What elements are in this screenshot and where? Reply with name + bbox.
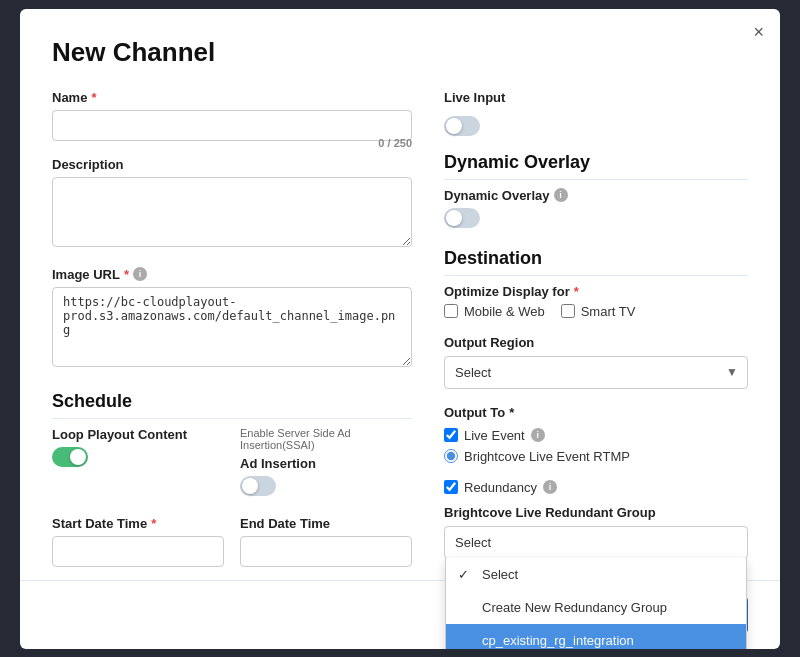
- live-input-thumb: [446, 118, 462, 134]
- start-date-group: Start Date Time *: [52, 516, 224, 567]
- output-region-select[interactable]: Select: [444, 356, 748, 389]
- live-event-info-icon[interactable]: i: [531, 428, 545, 442]
- end-date-label: End Date Time: [240, 516, 412, 531]
- schedule-section-title: Schedule: [52, 391, 412, 419]
- modal-backdrop: × New Channel Name * Description 0 /: [0, 0, 800, 657]
- description-field-group: Description 0 / 250: [52, 157, 412, 251]
- live-input-toggle[interactable]: [444, 116, 748, 136]
- dropdown-item-select[interactable]: ✓ Select: [446, 558, 746, 591]
- description-label: Description 0 / 250: [52, 157, 412, 172]
- name-label: Name *: [52, 90, 412, 105]
- brightcove-live-group-label: Brightcove Live Redundant Group: [444, 505, 748, 520]
- loop-ad-row: Loop Playout Content Enable Server Side …: [52, 427, 412, 516]
- ad-insertion-track: [240, 476, 276, 496]
- end-date-input[interactable]: [240, 536, 412, 567]
- live-input-track: [444, 116, 480, 136]
- dynamic-overlay-info-icon[interactable]: i: [554, 188, 568, 202]
- loop-playout-track: [52, 447, 88, 467]
- redundant-group-dropdown[interactable]: Select ✓ Select Create New Redundancy Gr…: [444, 526, 748, 559]
- ad-insertion-toggle[interactable]: [240, 476, 276, 496]
- description-wrapper: Description 0 / 250: [52, 157, 412, 251]
- brightcove-live-event-rtmp-option: Brightcove Live Event RTMP: [444, 449, 748, 464]
- image-url-textarea[interactable]: https://bc-cloudplayout-prod.s3.amazonaw…: [52, 287, 412, 367]
- output-region-select-wrapper: Select ▼: [444, 356, 748, 389]
- date-row: Start Date Time * End Date Time: [52, 516, 412, 583]
- modal-body: Name * Description 0 / 250: [52, 90, 748, 649]
- mobile-web-checkbox-label[interactable]: Mobile & Web: [444, 304, 545, 319]
- end-date-group: End Date Time: [240, 516, 412, 567]
- ad-insertion-group: Enable Server Side Ad Insertion(SSAI) Ad…: [240, 427, 412, 500]
- modal-title: New Channel: [52, 37, 748, 68]
- optimize-display-label: Optimize Display for *: [444, 284, 748, 299]
- output-to-options: Live Event i Brightcove Live Event RTMP: [444, 428, 748, 464]
- dynamic-overlay-label: Dynamic Overlay i: [444, 188, 748, 203]
- output-to-label: Output To *: [444, 405, 748, 420]
- dropdown-item-cp-existing[interactable]: cp_existing_rg_integration: [446, 624, 746, 649]
- char-count: 0 / 250: [378, 137, 412, 149]
- destination-title: Destination: [444, 248, 748, 276]
- dropdown-item-create-redundancy[interactable]: Create New Redundancy Group: [446, 591, 746, 624]
- dynamic-overlay-track: [444, 208, 480, 228]
- brightcove-live-redundant-group: Brightcove Live Redundant Group Select ✓…: [444, 505, 748, 559]
- image-url-field-group: Image URL * i https://bc-cloudplayout-pr…: [52, 267, 412, 371]
- name-input[interactable]: [52, 110, 412, 141]
- ad-insertion-thumb: [242, 478, 258, 494]
- live-event-checkbox-label[interactable]: Live Event i: [444, 428, 748, 443]
- loop-playout-toggle[interactable]: [52, 447, 88, 467]
- live-event-checkbox[interactable]: [444, 428, 458, 442]
- mobile-web-checkbox[interactable]: [444, 304, 458, 318]
- optimize-display-group: Optimize Display for * Mobile & Web Smar…: [444, 284, 748, 319]
- image-url-label: Image URL * i: [52, 267, 412, 282]
- optimize-options: Mobile & Web Smart TV: [444, 304, 748, 319]
- name-field-group: Name *: [52, 90, 412, 141]
- loop-playout-label: Loop Playout Content: [52, 427, 224, 442]
- start-date-input[interactable]: [52, 536, 224, 567]
- ad-insertion-header: Enable Server Side Ad Insertion(SSAI): [240, 427, 412, 451]
- loop-playout-group: Loop Playout Content: [52, 427, 224, 500]
- smart-tv-checkbox-label[interactable]: Smart TV: [561, 304, 636, 319]
- dropdown-list: ✓ Select Create New Redundancy Group cp_…: [445, 558, 747, 649]
- redundancy-info-icon[interactable]: i: [543, 480, 557, 494]
- dynamic-overlay-thumb: [446, 210, 462, 226]
- description-textarea[interactable]: [52, 177, 412, 247]
- output-region-label: Output Region: [444, 335, 748, 350]
- right-column: Live Input Dynamic Overlay Dynamic Overl…: [444, 90, 748, 649]
- dynamic-overlay-toggle[interactable]: [444, 208, 480, 228]
- live-input-label: Live Input: [444, 90, 748, 105]
- image-url-info-icon[interactable]: i: [133, 267, 147, 281]
- redundancy-row: Redundancy i: [444, 480, 748, 495]
- loop-playout-thumb: [70, 449, 86, 465]
- dynamic-overlay-title: Dynamic Overlay: [444, 152, 748, 180]
- ad-insertion-label: Ad Insertion: [240, 456, 412, 471]
- brightcove-rtmp-radio[interactable]: [444, 449, 458, 463]
- live-input-group: Live Input: [444, 90, 748, 136]
- left-column: Name * Description 0 / 250: [52, 90, 412, 649]
- close-button[interactable]: ×: [753, 23, 764, 41]
- dynamic-overlay-group: Dynamic Overlay i: [444, 188, 748, 232]
- output-region-group: Output Region Select ▼: [444, 335, 748, 389]
- output-to-group: Output To * Live Event i Brightcove Live…: [444, 405, 748, 464]
- start-date-label: Start Date Time *: [52, 516, 224, 531]
- redundancy-checkbox[interactable]: [444, 480, 458, 494]
- dropdown-selected-value[interactable]: Select: [445, 527, 747, 558]
- smart-tv-checkbox[interactable]: [561, 304, 575, 318]
- checkmark-icon: ✓: [458, 567, 474, 582]
- new-channel-modal: × New Channel Name * Description 0 /: [20, 9, 780, 649]
